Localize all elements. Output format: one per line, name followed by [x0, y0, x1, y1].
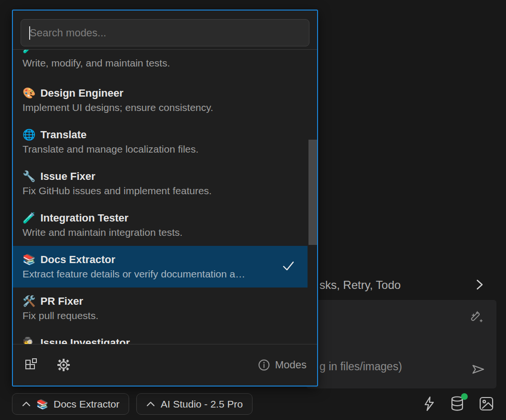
chevron-up-icon	[146, 401, 155, 408]
mode-pill-emoji: 📚	[36, 399, 48, 409]
database-icon[interactable]	[450, 395, 465, 412]
magic-wand-icon[interactable]	[470, 309, 485, 325]
chat-input-placeholder: g in files/images)	[319, 360, 402, 373]
settings-summary-row[interactable]: sks, Retry, Todo	[319, 276, 495, 294]
info-icon	[258, 359, 270, 371]
globe-emoji-icon: 🌐	[22, 128, 35, 142]
mode-row-clipped-top[interactable]: 🧪 Write, modify, and maintain tests.	[13, 50, 308, 79]
lightning-icon[interactable]	[422, 396, 436, 412]
mode-row-design-engineer[interactable]: 🎨 Design Engineer Implement UI designs; …	[13, 79, 308, 121]
test-tube-emoji-icon: 🧪	[22, 211, 35, 225]
wrench-emoji-icon: 🔧	[22, 169, 35, 184]
image-icon[interactable]	[478, 396, 495, 412]
model-selector-pill[interactable]: AI Studio - 2.5 Pro	[136, 393, 253, 415]
model-pill-label: AI Studio - 2.5 Pro	[161, 398, 243, 410]
mode-row-pr-fixer[interactable]: 🛠️ PR Fixer Fix pull requests.	[13, 287, 308, 329]
mode-picker-dropdown: 🧪 Write, modify, and maintain tests. 🎨 D…	[12, 10, 318, 387]
chevron-right-icon[interactable]	[473, 278, 485, 291]
search-section	[13, 11, 317, 49]
search-field[interactable]	[21, 19, 309, 46]
dropdown-footer: Modes	[13, 344, 317, 386]
hammer-wrench-emoji-icon: 🛠️	[22, 294, 35, 309]
statusbar-icons	[422, 395, 495, 412]
test-tube-emoji-icon: 🧪	[22, 50, 35, 55]
mode-row-translate[interactable]: 🌐 Translate Translate and manage localiz…	[13, 121, 308, 163]
modes-label: Modes	[275, 359, 307, 371]
palette-emoji-icon: 🎨	[22, 86, 35, 100]
mode-row-issue-investigator[interactable]: 🕵️ Issue Investigator	[13, 329, 308, 344]
send-icon[interactable]	[471, 362, 486, 377]
mode-selector-pill[interactable]: 📚 Docs Extractor	[12, 393, 129, 415]
chat-input-area[interactable]: g in files/images)	[306, 300, 496, 388]
mode-row-integration-tester[interactable]: 🧪 Integration Tester Write and maintain …	[13, 204, 308, 246]
mode-pill-label: Docs Extractor	[54, 398, 120, 410]
database-status-dot	[461, 393, 468, 400]
detective-emoji-icon: 🕵️	[22, 336, 35, 344]
mode-row-issue-fixer[interactable]: 🔧 Issue Fixer Fix GitHub issues and impl…	[13, 163, 308, 204]
check-icon	[282, 260, 295, 272]
search-input[interactable]	[21, 20, 309, 46]
extensions-marketplace-icon[interactable]	[23, 357, 39, 373]
chevron-up-icon	[22, 401, 31, 408]
scrollbar-thumb[interactable]	[308, 140, 317, 245]
mode-list: 🧪 Write, modify, and maintain tests. 🎨 D…	[13, 50, 317, 344]
text-caret	[29, 26, 30, 40]
modes-info[interactable]: Modes	[258, 359, 307, 371]
settings-gear-icon[interactable]	[56, 357, 71, 373]
mode-row-docs-extractor[interactable]: 📚 Docs Extractor Extract feature details…	[13, 246, 308, 287]
settings-summary-text: sks, Retry, Todo	[319, 278, 401, 292]
books-emoji-icon: 📚	[22, 253, 35, 267]
